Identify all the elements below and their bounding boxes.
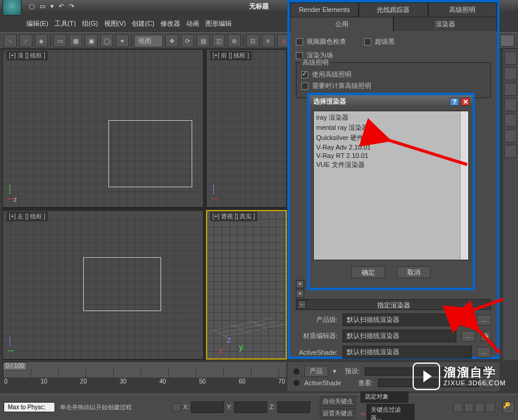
menu-graph[interactable]: 图形编辑	[205, 19, 232, 30]
close-icon[interactable]: ✕	[461, 98, 470, 106]
unlink-icon[interactable]: ⟋	[19, 34, 32, 47]
arrow-icon[interactable]	[504, 51, 517, 65]
viewport-left-label[interactable]: [+] 左 [] 线框 ]	[7, 212, 48, 221]
renderer-item-vray-adv[interactable]: V-Ray Adv 2.10.01	[315, 143, 467, 151]
center-icon[interactable]: ⊚	[228, 34, 241, 47]
production-button[interactable]: 产品	[304, 366, 328, 377]
viewport-persp[interactable]: [+] 透视 [] 真实 ] zyx	[206, 210, 287, 360]
tab-raytracer[interactable]: 光线跟踪器	[359, 2, 428, 17]
viewport-top-label[interactable]: [+] 顶 [] 线框 ]	[7, 51, 48, 60]
utilities-tab-icon[interactable]	[504, 145, 517, 158]
key-big-icon[interactable]: 🔑	[502, 401, 514, 413]
viewport-front[interactable]: [+] 前 [] 线框 ] │─	[206, 49, 287, 208]
rollout-minus-icon[interactable]: -	[298, 300, 306, 309]
select-region-icon[interactable]: ▣	[84, 34, 98, 47]
setkey-button[interactable]: 设置关键点	[320, 408, 356, 419]
menu-tools[interactable]: 工具(T)	[54, 19, 76, 30]
bind-icon[interactable]: ◈	[35, 34, 48, 47]
material-renderer-choose-button[interactable]: ...	[461, 331, 475, 342]
menubar: 编辑(E) 工具(T) 组(G) 视图(V) 创建(C) 修改器 动画 图形编辑	[26, 19, 232, 30]
command-panel-tabs	[502, 49, 518, 360]
svg-line-5	[249, 319, 266, 328]
list-scrollbar[interactable]	[460, 111, 468, 260]
lock-sel-icon[interactable]	[172, 403, 181, 412]
renderer-item-iray[interactable]: iray 渲染器	[315, 112, 467, 123]
hierarchy-tab-icon[interactable]	[504, 98, 517, 111]
modify-tab-icon[interactable]	[504, 83, 517, 96]
app-icon[interactable]	[2, 0, 22, 16]
motion-tab-icon[interactable]	[504, 114, 517, 127]
tab-renderer[interactable]: 渲染器	[393, 17, 497, 31]
menu-edit[interactable]: 编辑(E)	[26, 19, 49, 30]
select-icon[interactable]: ▭	[53, 34, 66, 47]
save-icon[interactable]: ▾	[50, 2, 54, 10]
select-paint-icon[interactable]: ✦	[116, 34, 129, 47]
scale-icon[interactable]: ▤	[196, 34, 210, 47]
goto-start-icon[interactable]	[453, 403, 463, 412]
viewport-left[interactable]: [+] 左 [] 线框 ] │─	[2, 210, 204, 360]
material-renderer-lock-icon[interactable]: 🔒	[480, 331, 491, 342]
select-name-icon[interactable]: ▦	[69, 34, 82, 47]
material-renderer-field: 默认扫描线渲染器	[343, 330, 456, 342]
timeline[interactable]: 0 / 100 010203040506070	[2, 361, 287, 377]
renderer-item-quicksilver[interactable]: Quicksilver 硬件渲染器	[315, 133, 467, 143]
refsys-icon[interactable]: ◫	[212, 34, 225, 47]
help-icon[interactable]: ?	[450, 98, 459, 106]
activeshade-renderer-choose-button[interactable]: ...	[477, 347, 491, 358]
undo-icon[interactable]: ↶	[59, 2, 64, 10]
new-icon[interactable]: ▢	[29, 2, 35, 10]
renderer-item-vray-rt[interactable]: V-Ray RT 2.10.01	[315, 151, 467, 160]
renderer-item-vue[interactable]: VUE 文件渲染器	[315, 160, 467, 170]
select-link-icon[interactable]: ⟍	[4, 34, 17, 47]
named-icon[interactable]: ≡	[262, 34, 275, 47]
radio-activeshade[interactable]	[293, 380, 299, 386]
renderer-item-mentalray[interactable]: mental ray 渲染器	[315, 123, 467, 133]
next-frame-icon[interactable]	[486, 403, 495, 412]
viewport-top[interactable]: [+] 顶 [] 线框 ] │─z	[2, 49, 204, 208]
view-dropdown[interactable]: 视图	[134, 35, 163, 47]
rollout-plus-1[interactable]: +	[296, 280, 304, 288]
viewport-persp-label[interactable]: [+] 透视 [] 真实 ]	[210, 212, 258, 221]
prev-frame-icon[interactable]	[464, 403, 474, 412]
y-input[interactable]	[234, 401, 267, 413]
menu-modifiers[interactable]: 修改器	[160, 19, 180, 30]
renderer-list[interactable]: iray 渲染器 mental ray 渲染器 Quicksilver 硬件渲染…	[313, 111, 469, 260]
script-listener[interactable]: Max to Physc;	[4, 402, 55, 412]
rollout-plus-2[interactable]: +	[296, 290, 304, 298]
manip-icon[interactable]: ⊡	[246, 34, 259, 47]
redo-icon[interactable]: ↷	[69, 2, 74, 10]
autokey-button[interactable]: 自动关键点	[320, 396, 356, 407]
tab-adv-lighting[interactable]: 高级照明	[428, 2, 497, 17]
tab-common[interactable]: 公用	[290, 17, 393, 31]
create-tab-icon[interactable]	[504, 67, 517, 80]
checkbox-use-adv[interactable]	[301, 71, 308, 78]
menu-animation[interactable]: 动画	[186, 19, 199, 30]
ok-button[interactable]: 确定	[352, 266, 385, 278]
radio-production[interactable]	[293, 369, 299, 375]
menu-views[interactable]: 视图(V)	[104, 19, 126, 30]
z-input[interactable]	[277, 401, 310, 413]
select-lasso-icon[interactable]: ◯	[100, 34, 113, 47]
checkbox-super-black[interactable]	[364, 38, 371, 45]
viewport-front-label[interactable]: [+] 前 [] 线框 ]	[210, 51, 252, 60]
x-input[interactable]	[191, 401, 224, 413]
checkbox-compute-adv[interactable]	[301, 83, 308, 90]
time-slider[interactable]: 0 / 100	[3, 362, 27, 370]
display-tab-icon[interactable]	[504, 129, 517, 142]
menu-group[interactable]: 组(G)	[82, 19, 98, 30]
cancel-button[interactable]: 取消	[397, 266, 431, 278]
render-teapot-icon[interactable]	[500, 35, 514, 47]
open-icon[interactable]: ▭	[40, 2, 46, 10]
tab-render-elements[interactable]: Render Elements	[290, 2, 359, 17]
key-filter-button[interactable]: 关键点过滤器...	[366, 404, 414, 421]
selected-filter[interactable]: 选定对象	[361, 391, 408, 403]
rollout-assign-renderer[interactable]: - 指定渲染器	[296, 299, 491, 310]
play-icon-btn[interactable]	[475, 403, 484, 412]
rotate-icon[interactable]: ⟳	[181, 34, 194, 47]
move-icon[interactable]: ✥	[165, 34, 178, 47]
choose-renderer-dialog: 选择渲染器 ? ✕ iray 渲染器 mental ray 渲染器 Quicks…	[307, 93, 475, 290]
status-prompt: 单击并拖动以开始创建过程	[60, 403, 168, 412]
checkbox-video-color[interactable]	[296, 38, 303, 45]
production-renderer-choose-button[interactable]: ...	[477, 315, 491, 325]
menu-create[interactable]: 创建(C)	[132, 19, 154, 30]
